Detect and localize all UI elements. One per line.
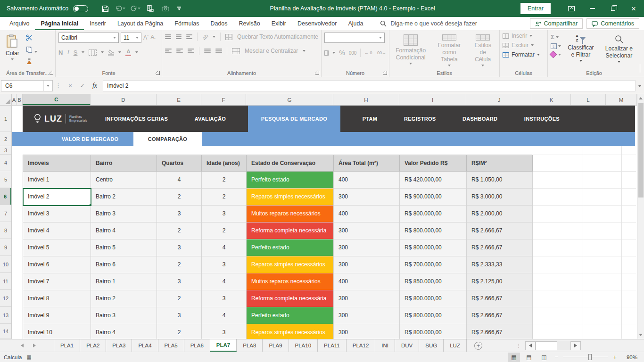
close-button[interactable]: × [623,0,644,17]
cell[interactable]: 3 [202,206,247,222]
cell[interactable]: 2 [202,172,247,189]
zoom-level-label[interactable]: 90% [621,354,637,360]
align-top-icon[interactable] [165,34,171,39]
borders-icon[interactable] [89,49,97,56]
restore-button[interactable] [603,0,623,17]
accounting-format-icon[interactable] [324,50,329,56]
ribbon-tab-exibir[interactable]: Exibir [266,17,292,30]
font-name-combo[interactable]: Calibri [58,33,119,43]
cell[interactable]: R$ 2.125,00 [467,273,533,290]
cell[interactable]: 300 [334,189,400,206]
find-select-button[interactable]: Localizar e Selecionar [601,33,637,68]
cell[interactable]: 300 [334,222,400,239]
cell[interactable]: Perfeito estado [247,239,334,256]
cell[interactable]: R$ 2.666,67 [467,324,533,339]
nav-item-registros[interactable]: REGISTROS [399,106,441,132]
cell[interactable]: Centro [91,172,157,189]
cell[interactable]: Perfeito estado [247,307,334,324]
row-header-14[interactable]: 14 [0,324,11,339]
delete-cells-label[interactable]: Excluir [512,42,528,49]
autosave-toggle[interactable] [73,5,88,12]
fill-color-icon[interactable] [108,49,114,56]
cell[interactable]: Muitos reparos necessários [247,206,334,222]
cell[interactable]: R$ 800.000,00 [400,324,467,339]
sheet-tab-luz[interactable]: LUZ [444,339,467,352]
cell[interactable]: R$ 2.666,67 [467,290,533,307]
cell[interactable]: 400 [334,206,400,222]
zoom-in-icon[interactable]: + [611,354,619,361]
align-left-icon[interactable] [165,49,172,53]
cell[interactable]: R$ 2.666,67 [467,239,533,256]
cell[interactable]: Bairro 4 [91,222,157,239]
scroll-right-icon[interactable] [570,341,581,350]
column-header-g[interactable]: G [246,94,333,105]
cell[interactable]: 2 [202,189,247,206]
sheet-tab-duv[interactable]: DUV [395,339,419,352]
conditional-formatting-button[interactable]: Formatação Condicional [392,33,429,68]
merge-center-label[interactable]: Mesclar e Centralizar [245,48,298,54]
fill-handle[interactable] [89,204,91,206]
cell[interactable]: 3 [202,290,247,307]
cell[interactable]: 2 [157,256,202,273]
sheet-tab-pla4[interactable]: PLA4 [132,339,158,352]
cell[interactable]: 4 [157,172,202,189]
percent-style-icon[interactable]: % [339,49,345,57]
cell[interactable]: Reparos simples necessários [247,256,334,273]
cell[interactable]: Muitos reparos necessários [247,273,334,290]
subnav-tab-compara-o[interactable]: COMPARAÇÃO [133,132,202,146]
font-color-icon[interactable]: A [125,49,131,56]
cell[interactable]: Imóvel 1 [23,172,91,189]
ribbon-tab-layout-da-p-gina[interactable]: Layout da Página [112,17,169,30]
cell[interactable]: 3 [157,206,202,222]
bold-button[interactable]: N [58,49,63,56]
align-right-icon[interactable] [188,49,194,53]
sheet-nav-left-icon[interactable] [16,344,28,347]
shrink-font-icon[interactable]: Aˇ [150,34,155,41]
cell[interactable]: Imóvel 2 [23,189,91,206]
vertical-scroll-thumb[interactable] [638,103,644,197]
nav-item-instru-es[interactable]: INSTRUÇÕES [520,106,564,132]
ribbon-tab-dados[interactable]: Dados [205,17,233,30]
column-header-m[interactable]: M [606,94,637,105]
comma-style-icon[interactable]: 000 [349,50,357,56]
cell[interactable]: Imóvel 7 [23,273,91,290]
row-header-13[interactable]: 13 [0,307,11,324]
camera-icon[interactable] [159,2,172,15]
sheet-tab-pla2[interactable]: PLA2 [80,339,106,352]
orientation-icon[interactable]: ab [201,33,209,41]
underline-button[interactable]: S [74,49,78,56]
decrease-indent-icon[interactable] [204,49,211,53]
ribbon-tab-inserir[interactable]: Inserir [84,17,112,30]
row-header-4[interactable]: 4 [0,155,11,171]
row-header-7[interactable]: 7 [0,205,11,222]
sheet-tab-pla6[interactable]: PLA6 [184,339,210,352]
vertical-scrollbar[interactable] [637,94,644,339]
cell[interactable]: 4 [202,273,247,290]
align-bottom-icon[interactable] [186,34,192,39]
cell[interactable]: Bairro 6 [91,256,157,273]
sheet-tab-pla3[interactable]: PLA3 [106,339,132,352]
cell[interactable]: 3 [157,273,202,290]
autosum-button[interactable]: Σ [551,33,561,41]
column-header-a[interactable]: A [12,94,17,105]
scroll-left-icon[interactable] [525,341,536,350]
cell[interactable]: 2 [157,222,202,239]
page-break-view-icon[interactable]: ◫ [538,353,550,362]
column-header-b[interactable]: B [17,94,23,105]
name-box[interactable]: C6 [1,80,53,91]
column-header-d[interactable]: D [91,94,157,105]
cell[interactable]: 300 [334,307,400,324]
column-header-j[interactable]: J [466,94,532,105]
format-cells-label[interactable]: Formatar [512,51,535,58]
nav-item-ptam[interactable]: PTAM [358,106,382,132]
increase-indent-icon[interactable] [215,49,222,53]
sheet-tab-pla5[interactable]: PLA5 [158,339,184,352]
collapse-ribbon-icon[interactable] [640,65,640,73]
formula-input[interactable]: Imóvel 2 [103,80,636,91]
cell[interactable]: Bairro 5 [91,239,157,256]
sort-filter-button[interactable]: AZ Classificar e Filtrar [565,33,597,68]
select-all-corner[interactable] [0,94,12,105]
horizontal-scroll-thumb[interactable] [536,341,557,350]
cell[interactable]: 400 [334,172,400,189]
number-format-combo[interactable] [324,33,385,43]
